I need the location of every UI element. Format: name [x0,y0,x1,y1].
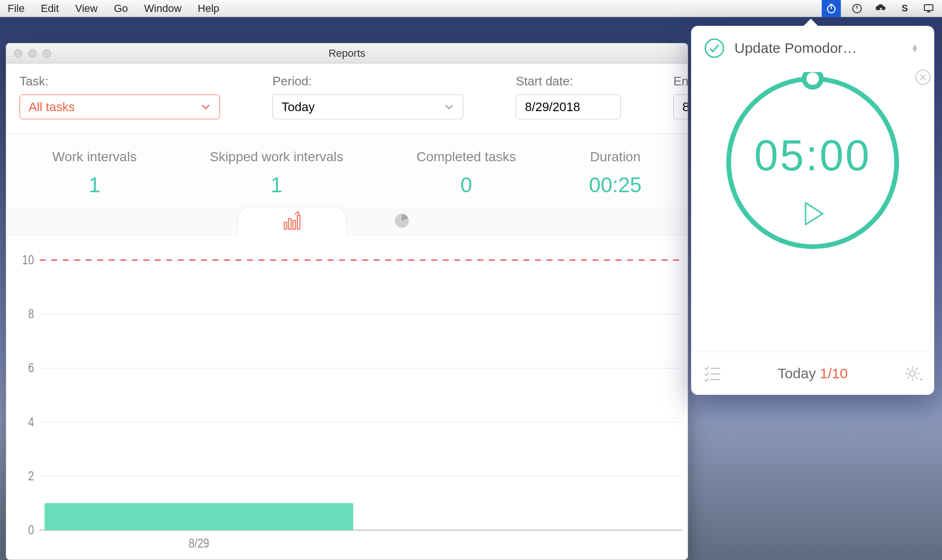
menu-edit[interactable]: Edit [41,2,59,15]
svg-text:4: 4 [28,415,34,429]
stat-skipped-value: 1 [209,173,343,197]
period-select-value: Today [282,100,314,114]
svg-line-37 [916,368,918,370]
menu-help[interactable]: Help [198,2,219,15]
svg-rect-22 [44,503,353,530]
start-date-value: 8/29/2018 [525,100,580,114]
reports-window: Reports Task: All tasks Period: Today St… [6,43,688,560]
bar-chart: 02468108/29 [16,254,688,560]
period-select[interactable]: Today [272,94,463,119]
task-select[interactable]: All tasks [20,94,220,119]
svg-text:8: 8 [28,307,34,321]
svg-line-38 [907,377,909,379]
minimize-traffic-light[interactable] [28,49,37,58]
svg-line-36 [916,377,918,379]
svg-text:2: 2 [28,469,34,483]
bar-chart-icon [282,211,303,232]
chevron-down-icon [200,102,211,112]
timer-handle[interactable] [804,72,821,87]
svg-rect-6 [293,220,296,229]
end-date-value: 8/29/2018 [682,100,688,114]
svg-text:6: 6 [28,361,34,375]
menu-view[interactable]: View [75,2,97,15]
timer-app-icon[interactable] [822,0,841,17]
stat-work-intervals-value: 1 [52,173,137,197]
checkmark-icon[interactable] [704,38,725,59]
menu-go[interactable]: Go [114,2,128,15]
settings-icon[interactable] [904,364,922,383]
stat-duration-value: 00:25 [589,173,641,197]
task-select-value: All tasks [29,100,75,114]
menubar: File Edit View Go Window Help S [0,0,942,17]
close-timer-button[interactable] [915,69,931,85]
current-task-name[interactable]: Update Pomodor… [734,40,901,56]
window-title: Reports [6,47,688,60]
timer-popover: Update Pomodor… ▲▼ 05:00 [691,26,934,395]
close-traffic-light[interactable] [14,49,22,58]
stat-duration-label: Duration [589,149,641,165]
end-date-input[interactable]: 8/29/2018 [673,94,688,119]
stat-completed-value: 0 [417,173,516,197]
today-label: Today [778,365,816,381]
menu-window[interactable]: Window [144,2,181,15]
airplay-icon[interactable] [921,1,936,16]
timer-time: 05:00 [691,131,934,180]
svg-text:10: 10 [22,254,34,267]
period-label: Period: [272,74,463,89]
stats-row: Work intervals 1 Skipped work intervals … [6,134,688,207]
menu-file[interactable]: File [8,2,24,15]
svg-rect-7 [297,215,300,229]
titlebar[interactable]: Reports [6,43,688,63]
chevron-down-icon [444,102,454,112]
bar-chart-tab[interactable] [237,207,347,235]
svg-text:S: S [901,3,908,13]
stat-work-intervals-label: Work intervals [52,149,137,165]
stat-completed-label: Completed tasks [417,149,516,165]
svg-text:0: 0 [28,523,34,537]
play-button[interactable] [691,198,934,229]
pie-chart-icon [391,210,412,231]
end-date-label: End date: [673,74,688,89]
svg-line-35 [907,368,909,370]
chart-area: 02468108/29 [6,235,688,560]
task-switch-stepper[interactable]: ▲▼ [911,44,921,52]
task-label: Task: [20,74,220,89]
play-icon [797,198,828,229]
today-count: 1/10 [820,365,848,381]
filter-row: Task: All tasks Period: Today Start date… [6,63,688,134]
pie-chart-tab[interactable] [347,207,457,235]
power-icon[interactable] [849,1,865,16]
start-date-label: Start date: [516,74,621,89]
s-icon[interactable]: S [897,1,912,16]
svg-point-24 [705,39,723,57]
svg-text:8/29: 8/29 [188,536,209,550]
cloud-upload-icon[interactable] [873,1,889,16]
zoom-traffic-light[interactable] [42,49,51,58]
svg-rect-5 [289,218,292,229]
start-date-input[interactable]: 8/29/2018 [516,94,621,119]
svg-rect-3 [924,5,933,10]
today-progress: Today 1/10 [778,365,848,382]
chart-type-tabs [6,207,688,235]
task-list-icon[interactable] [703,364,721,383]
svg-point-30 [910,371,915,376]
svg-rect-4 [284,222,287,229]
stat-skipped-label: Skipped work intervals [209,149,343,165]
